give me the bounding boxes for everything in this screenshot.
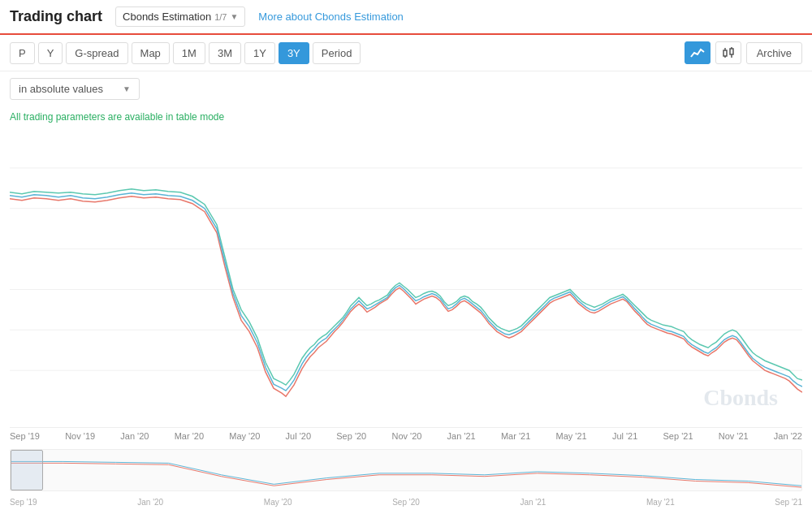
mini-chart-svg: [11, 450, 801, 490]
x-label: May '21: [555, 431, 586, 441]
sub-toolbar: in absolute values ▼: [0, 71, 812, 106]
chart-container: Cbonds Sep '19 Nov '19 Jan '20 Mar '20 M…: [0, 127, 812, 508]
mini-chart-labels: Sep '19 Jan '20 May '20 Sep '20 Jan '21 …: [10, 496, 802, 508]
btn-3y[interactable]: 3Y: [279, 42, 309, 64]
candle-chart-button[interactable]: [715, 41, 741, 64]
btn-period[interactable]: Period: [313, 42, 361, 64]
x-label: Nov '21: [719, 431, 749, 441]
x-label: Mar '20: [175, 431, 204, 441]
btn-gspread[interactable]: G-spread: [66, 42, 127, 64]
mini-label: May '20: [264, 498, 292, 507]
svg-rect-3: [730, 49, 733, 54]
x-label: Nov '20: [391, 431, 421, 441]
toolbar: P Y G-spread Map 1M 3M 1Y 3Y Period Arch…: [0, 35, 812, 71]
mini-label: Sep '21: [775, 498, 802, 507]
dropdown-label: in absolute values: [19, 83, 103, 95]
mini-label: Jan '21: [520, 498, 546, 507]
x-label: Mar '21: [501, 431, 530, 441]
x-label: Jan '22: [774, 431, 802, 441]
main-chart: Cbonds: [10, 127, 802, 428]
x-label: Jul '20: [286, 431, 311, 441]
x-label: Nov '19: [65, 431, 95, 441]
chevron-down-icon: ▼: [230, 12, 238, 21]
estimation-select[interactable]: Cbonds Estimation 1/7 ▼: [115, 6, 245, 27]
x-label: Sep '21: [663, 431, 693, 441]
x-label: Sep '19: [10, 431, 40, 441]
toolbar-left: P Y G-spread Map 1M 3M 1Y 3Y Period: [10, 42, 361, 64]
x-label: Jan '21: [447, 431, 476, 441]
x-label: May '20: [229, 431, 260, 441]
estimation-label: Cbonds Estimation: [123, 11, 211, 23]
table-mode-link[interactable]: All trading parameters are available in …: [0, 106, 812, 127]
values-dropdown[interactable]: in absolute values ▼: [10, 78, 140, 100]
mini-label: Sep '19: [10, 498, 37, 507]
header: Trading chart Cbonds Estimation 1/7 ▼ Mo…: [0, 0, 812, 35]
estimation-page: 1/7: [214, 12, 227, 22]
mini-label: Jan '20: [137, 498, 163, 507]
x-label: Sep '20: [336, 431, 366, 441]
btn-Y[interactable]: Y: [38, 42, 63, 64]
x-label: Jan '20: [120, 431, 149, 441]
mini-label: Sep '20: [392, 498, 420, 507]
mini-chart: [10, 449, 802, 491]
x-label: Jul '21: [612, 431, 637, 441]
more-about-link[interactable]: More about Cbonds Estimation: [258, 11, 403, 23]
x-axis-labels: Sep '19 Nov '19 Jan '20 Mar '20 May '20 …: [10, 428, 802, 444]
svg-rect-0: [723, 50, 727, 56]
page-title: Trading chart: [10, 8, 102, 25]
main-chart-svg: [10, 127, 802, 427]
line-chart-button[interactable]: [685, 41, 710, 64]
mini-handle[interactable]: [11, 450, 43, 490]
btn-1m[interactable]: 1M: [173, 42, 205, 64]
mini-label: May '21: [646, 498, 675, 507]
btn-3m[interactable]: 3M: [209, 42, 241, 64]
btn-1y[interactable]: 1Y: [244, 42, 275, 64]
dropdown-chevron-icon: ▼: [123, 84, 131, 93]
btn-P[interactable]: P: [10, 42, 35, 64]
btn-map[interactable]: Map: [132, 42, 170, 64]
archive-button[interactable]: Archive: [746, 42, 802, 64]
legend: Sri Lanka, 6.35% 28jun2024, USD (Cbonds …: [0, 508, 812, 514]
toolbar-right: Archive: [685, 41, 802, 64]
